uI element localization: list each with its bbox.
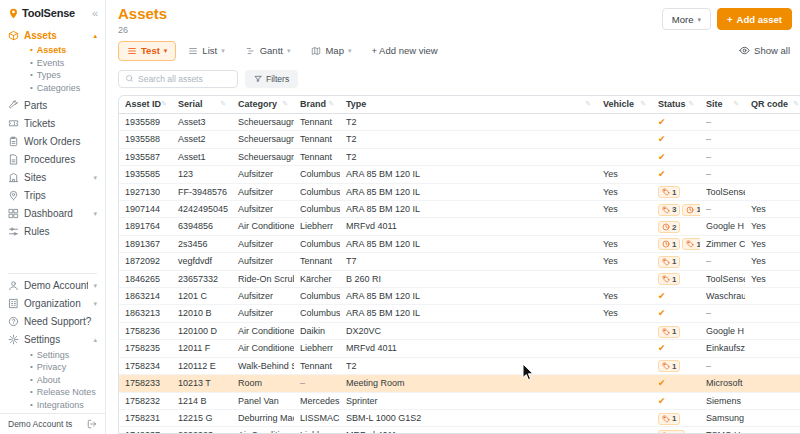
map-icon bbox=[311, 46, 321, 56]
view-tab-gantt[interactable]: Gantt▾ bbox=[237, 41, 300, 61]
cell-vehicle bbox=[597, 357, 652, 374]
sidebar-item-work-orders[interactable]: Work Orders bbox=[0, 132, 105, 150]
table-row[interactable]: 18917646394856Air ConditioneLiebherrMRFv… bbox=[119, 218, 800, 235]
tag-icon bbox=[662, 415, 670, 423]
sidebar-item-sites[interactable]: Sites▾ bbox=[0, 168, 105, 186]
cell-vehicle bbox=[597, 409, 652, 426]
cell-serial: 12010 B bbox=[172, 305, 232, 322]
table-row[interactable]: 19071444242495045AufsitzerColumbusARA 85… bbox=[119, 201, 800, 218]
column-header-qr-code[interactable]: QR code✎ bbox=[745, 96, 800, 114]
cell-serial: vegfdvdf bbox=[172, 253, 232, 270]
logout-icon[interactable] bbox=[87, 419, 97, 429]
table-row[interactable]: 175823310213 TRoom–Meeting Room✔Microsof… bbox=[119, 375, 800, 392]
clock-icon bbox=[662, 223, 670, 231]
table-row[interactable]: 18913672s3456AufsitzerColumbusARA 85 BM … bbox=[119, 235, 800, 252]
sidebar-subitem-release-notes[interactable]: •Release Notes bbox=[30, 386, 105, 399]
view-tab-test[interactable]: Test▾ bbox=[118, 41, 176, 61]
view-tab-list[interactable]: List▾ bbox=[179, 41, 233, 61]
column-header-status[interactable]: Status✎ bbox=[652, 96, 700, 114]
sidebar-item-tickets[interactable]: Tickets bbox=[0, 114, 105, 132]
view-tabs: Test▾List▾Gantt▾Map▾+ Add new view bbox=[118, 41, 446, 61]
column-header-type[interactable]: Type✎ bbox=[340, 96, 597, 114]
cell-asset_id: 1872092 bbox=[119, 253, 172, 270]
sidebar-subitem-privacy[interactable]: •Privacy bbox=[30, 361, 105, 374]
sidebar-item-trips[interactable]: Trips bbox=[0, 186, 105, 204]
sidebar-item-rules[interactable]: Rules bbox=[0, 222, 105, 240]
table-row[interactable]: 1927130FF-3948576AufsitzerColumbusARA 85… bbox=[119, 183, 800, 200]
table-row[interactable]: 1872092vegfdvdfAufsitzerTennantT7Yes1–Ye… bbox=[119, 253, 800, 270]
column-header-serial[interactable]: Serial✎ bbox=[172, 96, 232, 114]
sidebar-subitem-events[interactable]: •Events bbox=[30, 57, 105, 70]
cell-brand: Columbus bbox=[294, 166, 340, 183]
table-row[interactable]: 1935585123AufsitzerColumbusARA 85 BM 120… bbox=[119, 166, 800, 183]
table-row[interactable]: 1758236120100 DAir ConditioneDaikinDX20V… bbox=[119, 322, 800, 339]
show-all-button[interactable]: Show all bbox=[739, 45, 790, 56]
cell-qr bbox=[745, 357, 800, 374]
sidebar-item-procedures[interactable]: Procedures bbox=[0, 150, 105, 168]
sidebar-item-parts[interactable]: Parts bbox=[0, 96, 105, 114]
cell-brand: Tennant bbox=[294, 148, 340, 165]
cell-qr bbox=[745, 183, 800, 200]
sidebar-subitem-types[interactable]: •Types bbox=[30, 69, 105, 82]
sidebar-subitem-integrations[interactable]: •Integrations bbox=[30, 399, 105, 412]
cell-status: ✔ bbox=[652, 166, 700, 183]
check-icon: ✔ bbox=[658, 169, 666, 179]
tag-icon bbox=[662, 362, 670, 370]
pencil-icon: ✎ bbox=[161, 100, 167, 108]
sidebar-item-dashboard[interactable]: Dashboard▾ bbox=[0, 204, 105, 222]
sidebar-subitem-categories[interactable]: •Categories bbox=[30, 82, 105, 95]
cell-qr: Yes bbox=[745, 218, 800, 235]
add-asset-button[interactable]: + Add asset bbox=[717, 8, 792, 30]
table-row[interactable]: 1935587Asset1ScheuersaugmTennantT2✔– bbox=[119, 148, 800, 165]
cell-vehicle bbox=[597, 375, 652, 392]
column-header-category[interactable]: Category✎ bbox=[232, 96, 294, 114]
table-row[interactable]: 1935589Asset3ScheuersaugmTennantT2✔– bbox=[119, 114, 800, 131]
sidebar-item-settings[interactable]: Settings▴ bbox=[0, 331, 105, 349]
cell-asset_id: 1758235 bbox=[119, 340, 172, 357]
add-new-view-button[interactable]: + Add new view bbox=[363, 45, 445, 56]
asset-count: 26 bbox=[118, 25, 167, 35]
search-input[interactable] bbox=[138, 74, 231, 84]
cell-type: B 260 RI bbox=[340, 270, 597, 287]
cell-site: Waschrau bbox=[700, 288, 745, 305]
cell-brand: Tennant bbox=[294, 357, 340, 374]
filters-button[interactable]: Filters bbox=[245, 70, 298, 88]
table-row[interactable]: 175823512011 FAir ConditioneLiebherrMRFv… bbox=[119, 340, 800, 357]
cell-asset_id: 1863213 bbox=[119, 305, 172, 322]
sidebar-item-demo-account[interactable]: Demo Account▾ bbox=[0, 277, 105, 295]
table-row[interactable]: 1935588Asset2ScheuersaugmTennantT2✔– bbox=[119, 131, 800, 148]
sidebar-item-need-support[interactable]: Need Support? bbox=[0, 313, 105, 331]
table-row[interactable]: 17582321214 BPanel VanMercedesSprinter✔S… bbox=[119, 392, 800, 409]
sliders-icon bbox=[8, 226, 19, 237]
column-header-vehicle[interactable]: Vehicle✎ bbox=[597, 96, 652, 114]
table-row[interactable]: 175823112215 GDeburring MacLISSMACSBM-L … bbox=[119, 409, 800, 426]
table-row[interactable]: 18632141201 CAufsitzerColumbusARA 85 BM … bbox=[119, 288, 800, 305]
column-header-asset-id[interactable]: Asset ID✎ bbox=[119, 96, 172, 114]
sidebar-divider bbox=[8, 273, 97, 274]
sidebar-item-organization[interactable]: Organization▾ bbox=[0, 295, 105, 313]
bullet-icon: • bbox=[30, 376, 33, 384]
table-row[interactable]: 17490372292923Air ConditioneLiebherrMRFv… bbox=[119, 427, 800, 434]
funnel-icon bbox=[254, 75, 262, 83]
tag-icon bbox=[662, 206, 670, 214]
table-row[interactable]: 1758234120112 EWalk-Behind STennantT21– bbox=[119, 357, 800, 374]
cell-site: Einkaufsz bbox=[700, 340, 745, 357]
sidebar-collapse-button[interactable]: « bbox=[92, 8, 98, 19]
sidebar-item-assets[interactable]: Assets▴ bbox=[0, 26, 105, 44]
sidebar-subitem-about[interactable]: •About bbox=[30, 374, 105, 387]
table-row[interactable]: 186321312010 BAufsitzerColumbusARA 85 BM… bbox=[119, 305, 800, 322]
more-button[interactable]: More ▾ bbox=[662, 8, 711, 30]
sidebar-subitem-settings[interactable]: •Settings bbox=[30, 349, 105, 362]
table-row[interactable]: 184626523657332Ride-On ScrubKärcherB 260… bbox=[119, 270, 800, 287]
account-row[interactable]: Demo Account ts bbox=[0, 413, 105, 434]
cell-qr bbox=[745, 288, 800, 305]
sidebar-subitem-assets[interactable]: •Assets bbox=[30, 44, 105, 57]
view-tab-map[interactable]: Map▾ bbox=[302, 41, 360, 61]
search-box[interactable] bbox=[118, 70, 238, 88]
column-header-site[interactable]: Site✎ bbox=[700, 96, 745, 114]
clock-icon bbox=[662, 240, 670, 248]
doc-icon bbox=[8, 154, 19, 165]
wrench-icon bbox=[8, 100, 19, 111]
cell-qr bbox=[745, 322, 800, 339]
column-header-brand[interactable]: Brand✎ bbox=[294, 96, 340, 114]
